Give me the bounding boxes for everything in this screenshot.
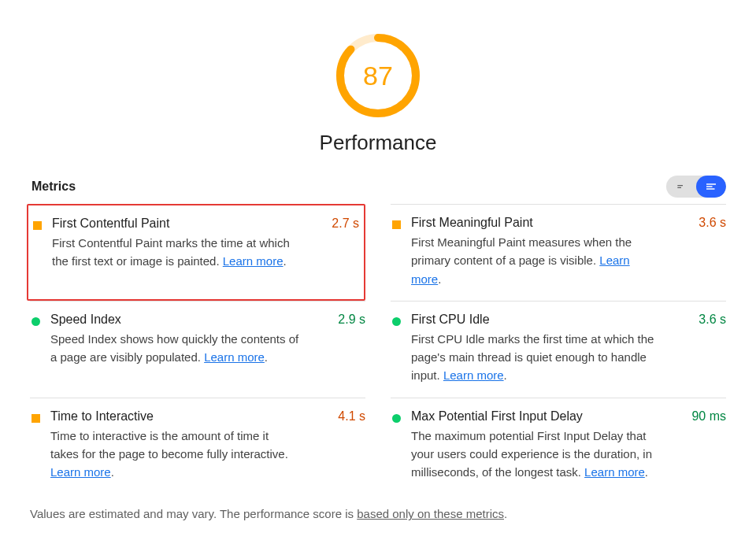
status-dot-good xyxy=(392,317,401,326)
metric-description: Time to interactive is the amount of tim… xyxy=(50,427,365,482)
toggle-collapsed-icon[interactable] xyxy=(666,176,696,198)
metric-title: First Contentful Paint xyxy=(52,216,169,231)
metric-card: First CPU Idle3.6 sFirst CPU Idle marks … xyxy=(391,301,726,398)
metric-description: The maximum potential First Input Delay … xyxy=(411,427,726,482)
metric-card: Time to Interactive4.1 sTime to interact… xyxy=(30,398,365,494)
status-dot-average xyxy=(32,414,40,423)
metric-value: 2.7 s xyxy=(332,216,359,231)
learn-more-link[interactable]: Learn more xyxy=(50,465,111,479)
metric-title: Time to Interactive xyxy=(50,409,154,424)
metrics-heading: Metrics xyxy=(32,179,76,194)
learn-more-link[interactable]: Learn more xyxy=(223,254,284,268)
metric-value: 90 ms xyxy=(691,409,726,424)
gauge-label: Performance xyxy=(320,131,437,155)
metric-title: First CPU Idle xyxy=(411,313,490,327)
learn-more-link[interactable]: Learn more xyxy=(443,368,504,382)
learn-more-link[interactable]: Learn more xyxy=(204,350,265,364)
metric-card: First Contentful Paint2.7 sFirst Content… xyxy=(27,204,365,301)
metric-description: First CPU Idle marks the first time at w… xyxy=(411,330,726,385)
performance-gauge: 87 xyxy=(334,31,422,120)
metric-value: 3.6 s xyxy=(699,313,726,327)
footnote-link[interactable]: based only on these metrics xyxy=(357,507,504,520)
metrics-footnote: Values are estimated and may vary. The p… xyxy=(0,494,756,520)
status-dot-average xyxy=(33,221,42,230)
view-toggle[interactable] xyxy=(666,176,726,198)
metric-description: Speed Index shows how quickly the conten… xyxy=(50,330,365,367)
performance-score: 87 xyxy=(334,31,422,120)
status-dot-average xyxy=(392,220,401,229)
metric-card: Max Potential First Input Delay90 msThe … xyxy=(391,398,726,494)
metric-title: Max Potential First Input Delay xyxy=(411,409,583,424)
metric-description: First Contentful Paint marks the time at… xyxy=(52,234,359,271)
status-dot-good xyxy=(392,414,401,423)
metric-value: 2.9 s xyxy=(338,313,365,327)
metric-value: 4.1 s xyxy=(338,409,365,424)
status-dot-good xyxy=(32,317,40,326)
metric-description: First Meaningful Paint measures when the… xyxy=(411,233,726,288)
metric-title: Speed Index xyxy=(50,313,121,327)
metric-card: Speed Index2.9 sSpeed Index shows how qu… xyxy=(30,301,365,398)
metric-title: First Meaningful Paint xyxy=(411,216,533,230)
metric-card: First Meaningful Paint3.6 sFirst Meaning… xyxy=(391,204,726,301)
learn-more-link[interactable]: Learn more xyxy=(584,465,645,479)
metric-value: 3.6 s xyxy=(699,216,726,230)
toggle-expanded-icon[interactable] xyxy=(696,176,726,198)
